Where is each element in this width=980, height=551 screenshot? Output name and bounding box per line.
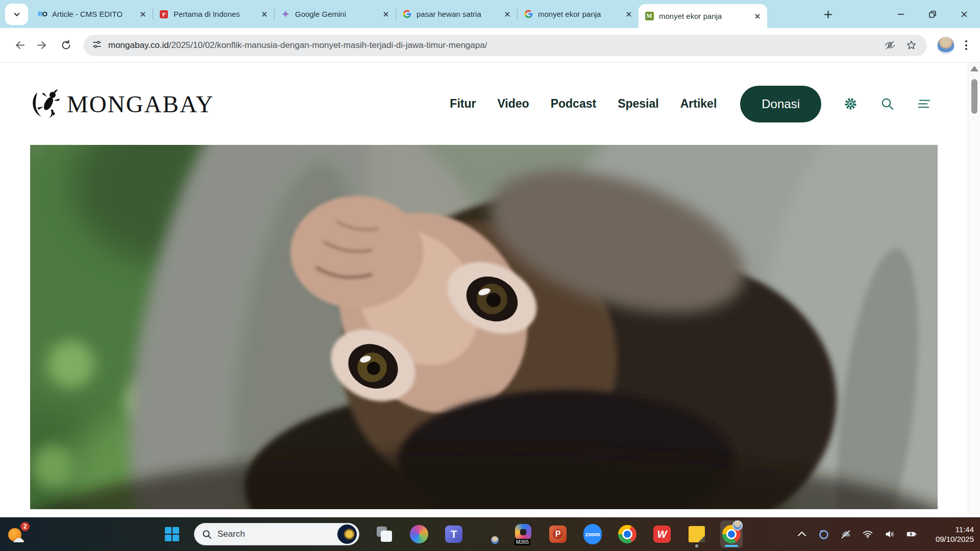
sticky-notes-icon <box>689 526 705 542</box>
tab-title: monyet ekor panja <box>659 12 750 20</box>
preview-eye-off-icon[interactable] <box>882 38 897 53</box>
browser-menu-button[interactable] <box>960 37 973 54</box>
tab-pertama[interactable]: P Pertama di Indones <box>153 0 274 28</box>
window-restore-button[interactable] <box>917 0 948 28</box>
window-close-button[interactable] <box>948 0 980 28</box>
tab-article-cms[interactable]: RO Article - CMS EDITO <box>32 0 153 28</box>
tab-title: Google Gemini <box>295 10 378 18</box>
task-view-button[interactable] <box>373 520 396 548</box>
mongabay-logo[interactable]: MONGABAY <box>30 88 214 120</box>
forward-button[interactable] <box>34 37 51 54</box>
plus-icon <box>824 11 832 18</box>
tab-title: pasar hewan satria <box>416 10 500 18</box>
cloud-icon: ☁ <box>12 531 24 545</box>
taskbar-clock[interactable]: 11:44 09/10/2025 <box>936 517 974 551</box>
chevron-down-icon <box>13 11 20 18</box>
main-navigation: Fitur Video Podcast Spesial Artikel Dona… <box>450 86 932 122</box>
tab-close-icon[interactable] <box>624 10 633 19</box>
reload-button[interactable] <box>57 37 75 54</box>
tab-close-icon[interactable] <box>138 10 148 19</box>
nav-item-fitur[interactable]: Fitur <box>450 97 476 111</box>
teams-button[interactable]: T <box>443 520 465 548</box>
browser-toolbar: mongabay.co.id/2025/10/02/konflik-manusi… <box>0 28 980 63</box>
search-icon[interactable] <box>879 96 895 112</box>
back-button[interactable] <box>10 37 28 54</box>
tab-search-button[interactable] <box>5 4 28 25</box>
edge-profile-bubble <box>490 535 500 545</box>
minimize-icon <box>897 11 904 18</box>
bing-daily-image[interactable] <box>337 524 357 544</box>
search-icon <box>202 530 212 539</box>
hero-image <box>30 145 938 509</box>
restore-icon <box>929 11 936 18</box>
hamburger-menu-icon[interactable] <box>916 96 932 112</box>
nav-item-podcast[interactable]: Podcast <box>551 97 596 111</box>
tab-close-icon[interactable] <box>753 12 762 21</box>
start-button[interactable] <box>162 524 182 544</box>
battery-charging-icon[interactable] <box>905 528 918 540</box>
window-minimize-button[interactable] <box>885 0 917 28</box>
scroll-up-arrow[interactable] <box>970 66 978 71</box>
tab-close-icon[interactable] <box>260 10 269 19</box>
copilot-icon <box>410 525 428 543</box>
wps-office-button[interactable]: W <box>651 520 673 548</box>
settings-gear-icon[interactable] <box>843 96 858 112</box>
tray-circle-icon[interactable] <box>818 528 830 540</box>
forward-arrow-icon <box>37 40 48 51</box>
nav-item-artikel[interactable]: Artikel <box>680 97 717 111</box>
m365-copilot-icon: M365 <box>513 523 533 545</box>
profile-avatar[interactable] <box>937 37 954 54</box>
copilot-button[interactable] <box>408 520 430 548</box>
volume-icon[interactable] <box>884 528 896 540</box>
task-view-icon <box>377 527 392 542</box>
sticky-notes-button[interactable] <box>685 520 708 548</box>
scrollbar-thumb[interactable] <box>971 79 977 114</box>
hidden-icons-chevron[interactable] <box>796 528 808 540</box>
tab-title: Pertama di Indones <box>174 10 257 18</box>
chrome-icon <box>618 525 636 543</box>
powerpoint-button[interactable]: P <box>547 520 569 548</box>
tab-close-icon[interactable] <box>503 10 512 19</box>
taskbar-search[interactable]: Search <box>194 523 359 545</box>
search-placeholder: Search <box>217 529 337 539</box>
clock-date: 09/10/2025 <box>936 534 974 544</box>
tab-pasar-hewan[interactable]: pasar hewan satria <box>396 0 517 28</box>
gemini-star-icon <box>281 10 290 19</box>
mongabay-m-icon: M <box>645 12 654 21</box>
reload-icon <box>61 40 71 51</box>
google-g-icon <box>402 10 411 19</box>
page-scrollbar[interactable] <box>968 63 980 517</box>
clock-time: 11:44 <box>936 524 974 534</box>
new-tab-button[interactable] <box>821 7 835 21</box>
nav-item-spesial[interactable]: Spesial <box>618 97 659 111</box>
tab-monyet-search[interactable]: monyet ekor panja <box>518 0 639 28</box>
chrome-button[interactable] <box>616 520 639 548</box>
zoom-button[interactable]: zoom <box>581 520 604 548</box>
monkey-photo-illustration <box>30 145 938 509</box>
onedrive-off-icon[interactable] <box>840 528 852 540</box>
site-title: MONGABAY <box>67 90 214 118</box>
chrome-active-button[interactable] <box>720 520 743 548</box>
wifi-icon[interactable] <box>862 528 874 540</box>
tab-close-icon[interactable] <box>381 10 390 19</box>
taskbar-apps: T M365 P zoom W <box>373 520 743 548</box>
windows-taskbar: ☁ 2 Search T M365 P zoom W <box>0 517 980 551</box>
weather-widget[interactable]: ☁ 2 <box>8 524 31 544</box>
url-text: mongabay.co.id/2025/10/02/konflik-manusi… <box>108 40 487 51</box>
notification-badge: 2 <box>20 522 30 531</box>
site-header: MONGABAY Fitur Video Podcast Spesial Art… <box>30 63 932 145</box>
teams-icon: T <box>445 525 462 543</box>
donate-button[interactable]: Donasi <box>740 86 821 122</box>
tab-mongabay-active[interactable]: M monyet ekor panja <box>639 4 767 28</box>
tab-gemini[interactable]: Google Gemini <box>275 0 396 28</box>
m365-copilot-button[interactable]: M365 <box>512 520 534 548</box>
browser-tabstrip: RO Article - CMS EDITO P Pertama di Indo… <box>0 0 980 28</box>
address-bar[interactable]: mongabay.co.id/2025/10/02/konflik-manusi… <box>84 35 927 56</box>
nav-item-video[interactable]: Video <box>497 97 529 111</box>
bookmark-star-icon[interactable] <box>903 38 919 53</box>
site-info-icon[interactable] <box>92 39 102 52</box>
active-window-indicator <box>725 545 738 547</box>
edge-button[interactable] <box>477 520 500 548</box>
ro-favicon-icon: RO <box>38 10 47 19</box>
tab-title: monyet ekor panja <box>538 10 621 18</box>
